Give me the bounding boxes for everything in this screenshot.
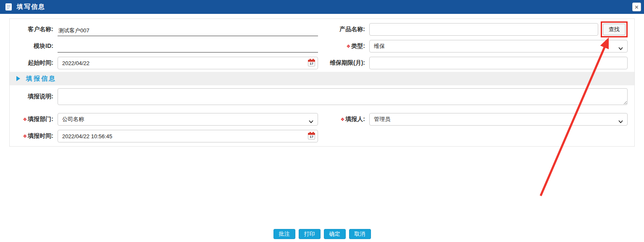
chevron-down-icon (618, 45, 623, 48)
reporter-select-value: 管理员 (374, 116, 390, 123)
product-name-label: 产品名称: (322, 26, 365, 33)
module-id-label: 模块ID: (13, 42, 53, 50)
report-dept-label: ❖ 填报部门: (13, 116, 53, 123)
type-label: ❖ 类型: (322, 42, 365, 50)
required-marker: ❖ (346, 44, 350, 49)
calendar-icon[interactable]: 17 (308, 133, 315, 139)
customer-name-row: 客户名称: (13, 22, 318, 37)
type-select[interactable]: 维保 (369, 40, 628, 53)
maintenance-months-row: 维保期限(月): (322, 56, 628, 70)
start-time-label: 起始时间: (13, 59, 53, 67)
reporter-select[interactable]: 管理员 (369, 113, 628, 126)
dialog-titlebar: 填写信息 × (0, 0, 644, 14)
required-marker: ❖ (23, 117, 27, 122)
confirm-button[interactable]: 确定 (324, 229, 346, 239)
close-button[interactable]: × (632, 3, 641, 11)
report-info-section-header: 填报信息 (10, 72, 634, 85)
close-icon: × (635, 4, 639, 10)
report-time-input[interactable] (58, 130, 318, 142)
customer-name-input[interactable] (58, 26, 318, 36)
customer-name-label: 客户名称: (13, 26, 53, 33)
report-dept-select[interactable]: 公司名称 (58, 113, 318, 126)
section-collapse-icon[interactable] (16, 76, 20, 81)
section-title: 填报信息 (26, 75, 56, 83)
calendar-icon[interactable]: 17 (308, 60, 315, 66)
report-desc-label: 填报说明: (13, 93, 53, 100)
reporter-label: ❖ 填报人: (322, 116, 365, 123)
product-name-input[interactable] (369, 23, 598, 36)
form-panel: 客户名称: 产品名称: 查找 模块ID: ❖ 类型: (9, 18, 635, 147)
search-button[interactable]: 查找 (603, 24, 626, 35)
product-name-row: 产品名称: 查找 (322, 22, 628, 37)
reporter-row: ❖ 填报人: 管理员 (322, 113, 628, 126)
chevron-down-icon (309, 118, 313, 121)
report-time-field: 17 (58, 130, 318, 142)
maintenance-months-input[interactable] (369, 57, 628, 69)
type-select-value: 维保 (374, 42, 385, 50)
report-time-label: ❖ 填报时间: (13, 132, 53, 140)
cancel-button[interactable]: 取消 (349, 229, 371, 239)
report-desc-row: 填报说明: (13, 87, 628, 106)
chevron-down-icon (618, 118, 623, 121)
footer-actions: 批注 打印 确定 取消 (0, 229, 644, 239)
type-row: ❖ 类型: 维保 (322, 39, 628, 53)
required-marker: ❖ (23, 134, 27, 139)
annotate-button[interactable]: 批注 (273, 229, 295, 239)
document-icon (5, 3, 12, 11)
report-dept-select-value: 公司名称 (62, 116, 84, 123)
report-desc-textarea[interactable] (58, 88, 628, 105)
module-id-row: 模块ID: (13, 39, 318, 53)
report-dept-row: ❖ 填报部门: 公司名称 (13, 113, 318, 126)
start-time-row: 起始时间: 17 (13, 56, 318, 70)
search-button-highlight-box: 查找 (601, 21, 628, 37)
print-button[interactable]: 打印 (299, 229, 321, 239)
dialog-title: 填写信息 (17, 3, 45, 11)
report-time-row: ❖ 填报时间: 17 (13, 129, 318, 143)
module-id-input[interactable] (58, 42, 318, 53)
maintenance-months-label: 维保期限(月): (322, 59, 365, 67)
required-marker: ❖ (340, 117, 344, 122)
start-time-field: 17 (58, 57, 318, 69)
start-time-input[interactable] (58, 57, 318, 69)
